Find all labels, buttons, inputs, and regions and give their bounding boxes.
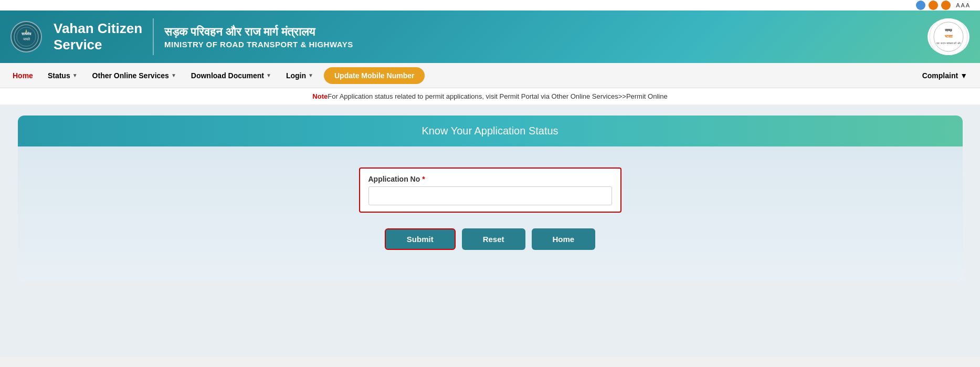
nav-home[interactable]: Home [5, 63, 40, 88]
ministry-english: MINISTRY OF ROAD TRANSPORT & HIGHWAYS [164, 40, 353, 49]
main-content: Know Your Application Status Application… [0, 105, 980, 357]
navbar: Home Status ▼ Other Online Services ▼ Do… [0, 63, 980, 88]
note-label: Note [312, 92, 328, 100]
header: सत्यमेव जयते Vahan Citizen Service सड़क … [0, 11, 980, 63]
svg-point-0 [14, 25, 38, 49]
other-online-chevron: ▼ [171, 72, 176, 78]
svg-text:स्वच्छ: स्वच्छ [944, 28, 952, 32]
svg-text:एक कदम स्वच्छता की ओर: एक कदम स्वच्छता की ओर [936, 41, 961, 45]
top-icon-blue [916, 1, 925, 10]
nav-download-doc[interactable]: Download Document ▼ [184, 63, 279, 88]
top-icon-info [941, 1, 951, 10]
header-divider [153, 18, 154, 55]
svg-text:जयते: जयते [23, 37, 30, 41]
reset-button[interactable]: Reset [462, 228, 525, 250]
brand-text: Vahan Citizen Service [54, 20, 142, 53]
submit-button[interactable]: Submit [385, 228, 456, 250]
status-card: Know Your Application Status Application… [18, 116, 963, 281]
svg-text:सत्यमेव: सत्यमेव [21, 32, 31, 36]
status-card-body: Application No * Submit Reset Home [18, 146, 963, 281]
svg-text:भारत: भारत [945, 34, 953, 39]
application-no-group: Application No * [359, 167, 621, 213]
download-doc-chevron: ▼ [266, 72, 271, 78]
button-group: Submit Reset Home [385, 228, 595, 250]
logo-section: सत्यमेव जयते Vahan Citizen Service [10, 20, 142, 53]
card-title: Know Your Application Status [421, 125, 558, 137]
header-right: स्वच्छ भारत एक कदम स्वच्छता की ओर [928, 18, 970, 55]
nav-complaint[interactable]: Complaint ▼ [915, 63, 975, 88]
brand-name-line2: Service [54, 37, 142, 53]
status-chevron: ▼ [72, 72, 78, 78]
required-marker: * [422, 175, 425, 183]
status-card-header: Know Your Application Status [18, 116, 963, 146]
ministry-text: सड़क परिवहन और राज मार्ग मंत्रालय MINIST… [164, 25, 353, 49]
update-mobile-button[interactable]: Update Mobile Number [324, 67, 425, 84]
note-bar: NoteFor Application status related to pe… [0, 88, 980, 105]
top-bar: A A A [0, 0, 980, 11]
nav-status[interactable]: Status ▼ [40, 63, 85, 88]
application-no-label: Application No * [368, 175, 612, 183]
ministry-hindi: सड़क परिवहन और राज मार्ग मंत्रालय [164, 25, 353, 40]
top-text: A A A [956, 2, 970, 8]
nav-login[interactable]: Login ▼ [279, 63, 321, 88]
note-text: For Application status related to permit… [328, 92, 667, 100]
emblem-logo: सत्यमेव जयते [10, 21, 42, 53]
application-no-input[interactable] [368, 186, 612, 205]
nav-other-online[interactable]: Other Online Services ▼ [85, 63, 184, 88]
brand-name-line1: Vahan Citizen [54, 20, 142, 37]
complaint-chevron: ▼ [960, 71, 967, 80]
login-chevron: ▼ [308, 72, 313, 78]
swachh-bharat-logo: स्वच्छ भारत एक कदम स्वच्छता की ओर [928, 18, 970, 55]
home-button[interactable]: Home [532, 228, 596, 250]
top-icon-orange [929, 1, 938, 10]
